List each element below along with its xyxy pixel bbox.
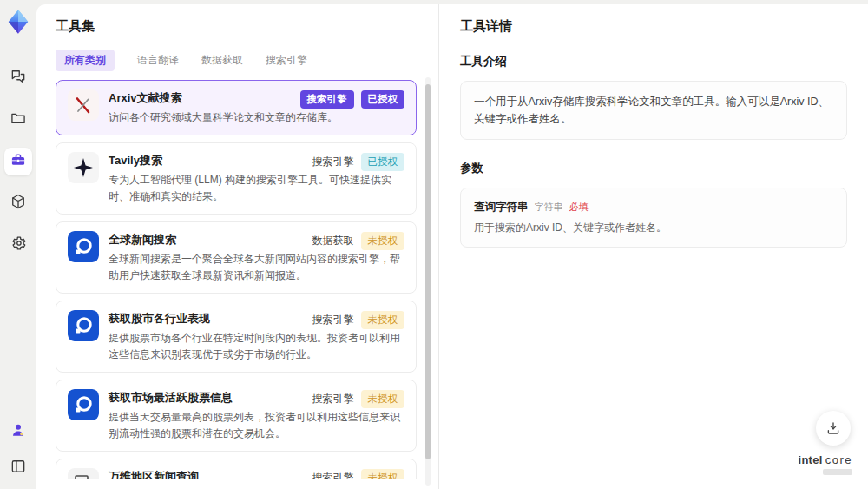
auth-status-badge: 未授权 xyxy=(361,232,405,250)
region-news-icon xyxy=(68,468,99,479)
tab-category-3[interactable]: 搜索引擎 xyxy=(266,53,307,68)
tab-category-0[interactable]: 所有类别 xyxy=(56,50,115,71)
tool-description: 全球新闻搜索是一个聚合全球各大新闻网站内容的搜索引擎，帮助用户快速获取全球最新资… xyxy=(108,251,404,284)
tool-card-0[interactable]: Arxiv文献搜索访问各个研究领域大量科学论文和文章的存储库。搜索引擎已授权 xyxy=(56,80,417,135)
params-box: 查询字符串字符串必填用于搜索的Arxiv ID、关键字或作者姓名。 xyxy=(460,188,847,248)
blue-globe-icon xyxy=(68,310,99,341)
scrollbar-thumb[interactable] xyxy=(425,84,431,459)
main-content: 工具集 所有类别语言翻译数据获取搜索引擎 Arxiv文献搜索访问各个研究领域大量… xyxy=(36,4,868,489)
rail-item-cube-icon[interactable] xyxy=(4,189,32,217)
cube-icon xyxy=(10,193,27,214)
app-root: 工具集 所有类别语言翻译数据获取搜索引擎 Arxiv文献搜索访问各个研究领域大量… xyxy=(0,0,868,489)
category-label: 搜索引擎 xyxy=(312,471,354,479)
brand-core: core xyxy=(825,453,852,466)
blue-globe-icon xyxy=(68,389,99,420)
category-label: 搜索引擎 xyxy=(312,392,354,406)
tool-card-5[interactable]: 万维地区新闻查询查询具体行政区划内的新闻，快速了解各地新闻动搜索引擎未授权 xyxy=(56,459,417,479)
arxiv-icon xyxy=(68,89,99,121)
collapse-panel-icon xyxy=(10,458,27,479)
params-heading: 参数 xyxy=(460,161,847,176)
gear-icon xyxy=(10,235,27,255)
param-required-flag: 必填 xyxy=(569,201,589,214)
tool-card-4[interactable]: 获取市场最活跃股票信息提供当天交易量最高的股票列表，投资者可以利用这些信息来识别… xyxy=(56,380,417,452)
auth-status-badge: 已授权 xyxy=(361,153,405,171)
rail-item-gear-icon[interactable] xyxy=(4,231,32,259)
rail-item-avatar-icon[interactable] xyxy=(4,418,32,446)
brand-sub-mark xyxy=(823,469,852,475)
category-label: 数据获取 xyxy=(312,234,354,248)
tab-category-1[interactable]: 语言翻译 xyxy=(137,53,179,68)
tool-detail-panel: 工具详情 工具介绍 一个用于从Arxiv存储库搜索科学论文和文章的工具。输入可以… xyxy=(438,4,868,489)
avatar-icon xyxy=(10,421,27,442)
download-icon xyxy=(825,420,841,436)
category-badge: 搜索引擎 xyxy=(300,90,354,109)
category-label: 搜索引擎 xyxy=(312,155,354,169)
tool-intro-box: 一个用于从Arxiv存储库搜索科学论文和文章的工具。输入可以是Arxiv ID、… xyxy=(460,81,847,140)
download-button[interactable] xyxy=(816,411,851,446)
category-label: 搜索引擎 xyxy=(312,313,354,327)
param-description: 用于搜索的Arxiv ID、关键字或作者姓名。 xyxy=(474,221,833,235)
blue-globe-icon xyxy=(68,231,99,262)
list-scrollbar xyxy=(425,77,431,486)
param-type: 字符串 xyxy=(535,201,563,214)
tool-card-3[interactable]: 获取股市各行业表现提供股票市场各个行业在特定时间段内的表现。投资者可以利用这些信… xyxy=(56,301,417,373)
brand-intel: intel xyxy=(798,453,822,466)
detail-title: 工具详情 xyxy=(460,18,847,35)
tab-category-2[interactable]: 数据获取 xyxy=(201,53,243,68)
tool-card-1[interactable]: Tavily搜索专为人工智能代理 (LLM) 构建的搜索引擎工具。可快速提供实时… xyxy=(56,142,417,215)
intel-core-brand: intelcore xyxy=(798,453,852,475)
folder-icon xyxy=(10,109,27,130)
rail-item-collapse-panel-icon[interactable] xyxy=(4,454,32,482)
app-logo-icon[interactable] xyxy=(5,9,31,35)
category-tabs: 所有类别语言翻译数据获取搜索引擎 xyxy=(56,50,438,70)
rail-item-chat-icon[interactable] xyxy=(4,64,32,92)
briefcase-icon xyxy=(10,151,27,172)
tool-list-panel: 工具集 所有类别语言翻译数据获取搜索引擎 Arxiv文献搜索访问各个研究领域大量… xyxy=(36,4,438,489)
rail-item-briefcase-icon[interactable] xyxy=(4,148,32,175)
tool-card-list: Arxiv文献搜索访问各个研究领域大量科学论文和文章的存储库。搜索引擎已授权Ta… xyxy=(56,80,417,479)
rail-item-folder-icon[interactable] xyxy=(4,106,32,134)
param-name: 查询字符串 xyxy=(474,200,529,215)
auth-status-badge: 未授权 xyxy=(361,390,405,408)
left-rail xyxy=(0,0,36,489)
tavily-icon xyxy=(68,152,99,183)
tool-description: 专为人工智能代理 (LLM) 构建的搜索引擎工具。可快速提供实时、准确和真实的结… xyxy=(108,172,404,205)
auth-status-badge: 已授权 xyxy=(361,90,405,109)
chat-icon xyxy=(10,68,27,89)
tool-intro-text: 一个用于从Arxiv存储库搜索科学论文和文章的工具。输入可以是Arxiv ID、… xyxy=(474,93,833,128)
auth-status-badge: 未授权 xyxy=(361,469,405,479)
auth-status-badge: 未授权 xyxy=(361,311,405,329)
tool-description: 提供当天交易量最高的股票列表，投资者可以利用这些信息来识别流动性强的股票和潜在的… xyxy=(108,409,404,442)
tool-description: 访问各个研究领域大量科学论文和文章的存储库。 xyxy=(108,109,404,126)
page-title: 工具集 xyxy=(56,18,438,35)
param-row: 查询字符串字符串必填用于搜索的Arxiv ID、关键字或作者姓名。 xyxy=(474,200,833,235)
tool-description: 提供股票市场各个行业在特定时间段内的表现。投资者可以利用这些信息来识别表现优于或… xyxy=(108,330,404,363)
tool-card-2[interactable]: 全球新闻搜索全球新闻搜索是一个聚合全球各大新闻网站内容的搜索引擎，帮助用户快速获… xyxy=(56,221,417,294)
intro-heading: 工具介绍 xyxy=(460,54,847,69)
